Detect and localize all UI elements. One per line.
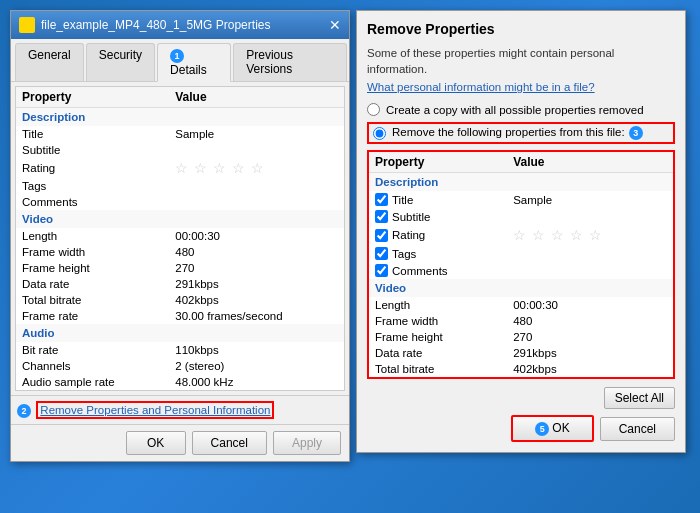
table-row: Length 00:00:30 — [16, 228, 344, 244]
prop-channels-value: 2 (stereo) — [169, 358, 344, 374]
table-row: Title Sample — [369, 191, 673, 208]
prop-framerate-value: 30.00 frames/second — [169, 308, 344, 324]
check-comments-cell: Comments — [369, 262, 507, 279]
check-subtitle: Subtitle — [375, 210, 501, 223]
badge-2: 2 — [17, 404, 31, 418]
tab-details[interactable]: 1Details — [157, 43, 231, 82]
properties-content: Property Value Description Title Sample … — [11, 82, 349, 461]
val-comments — [507, 262, 673, 279]
remove-table: Property Value Description Title — [369, 152, 673, 377]
table-row: Comments — [369, 262, 673, 279]
title-bar-left: file_example_MP4_480_1_5MG Properties — [19, 17, 270, 33]
prop-frameheight-value: 270 — [169, 260, 344, 276]
check-title-cell: Title — [369, 191, 507, 208]
prop-totalbitrate-value: 402kbps — [169, 292, 344, 308]
tabs-bar: General Security 1Details Previous Versi… — [11, 39, 349, 82]
remove-description: Some of these properties might contain p… — [367, 45, 675, 77]
cancel-button[interactable]: Cancel — [192, 431, 267, 455]
prop-channels-label: Channels — [16, 358, 169, 374]
prop-totalbitrate-label: Total bitrate — [16, 292, 169, 308]
close-icon[interactable]: ✕ — [329, 18, 341, 32]
table-row: Rating ☆ ☆ ☆ ☆ ☆ — [16, 158, 344, 178]
section-description: Description — [16, 108, 344, 127]
prop-framewidth-label: Frame width — [16, 244, 169, 260]
ok-button-right[interactable]: 5OK — [511, 415, 593, 442]
prop-totalbitrate-right-value: 402kbps — [507, 361, 673, 377]
val-tags — [507, 245, 673, 262]
prop-datarate-value: 291kbps — [169, 276, 344, 292]
prop-datarate-right-label: Data rate — [369, 345, 507, 361]
section-audio: Audio — [16, 324, 344, 342]
apply-button[interactable]: Apply — [273, 431, 341, 455]
title-bar: file_example_MP4_480_1_5MG Properties ✕ — [11, 11, 349, 39]
table-row: Subtitle — [16, 142, 344, 158]
val-subtitle — [507, 208, 673, 225]
table-row: Tags — [369, 245, 673, 262]
check-tags: Tags — [375, 247, 501, 260]
table-row: Length 00:00:30 — [369, 297, 673, 313]
section-video: Video — [16, 210, 344, 228]
remove-properties-link[interactable]: Remove Properties and Personal Informati… — [36, 401, 274, 419]
checkbox-rating[interactable] — [375, 229, 388, 242]
title-bar-text: file_example_MP4_480_1_5MG Properties — [41, 18, 270, 32]
checkbox-title[interactable] — [375, 193, 388, 206]
prop-length-label: Length — [16, 228, 169, 244]
prop-datarate-label: Data rate — [16, 276, 169, 292]
tab-security[interactable]: Security — [86, 43, 155, 81]
check-comments: Comments — [375, 264, 501, 277]
checkbox-tags[interactable] — [375, 247, 388, 260]
prop-framerate-label: Frame rate — [16, 308, 169, 324]
prop-tags-value — [169, 178, 344, 194]
remove-properties-title: Remove Properties — [367, 21, 675, 37]
prop-comments-label: Comments — [16, 194, 169, 210]
prop-bitrate-value: 110kbps — [169, 342, 344, 358]
radio-copy[interactable] — [367, 103, 380, 116]
prop-totalbitrate-right-label: Total bitrate — [369, 361, 507, 377]
check-subtitle-cell: Subtitle — [369, 208, 507, 225]
tab-badge-1: 1 — [170, 49, 184, 63]
cancel-button-right[interactable]: Cancel — [600, 417, 675, 441]
prop-length-right-label: Length — [369, 297, 507, 313]
val-rating: ☆ ☆ ☆ ☆ ☆ — [507, 225, 673, 245]
table-row: Audio sample rate 48.000 kHz — [16, 374, 344, 390]
table-row: Frame width 480 — [16, 244, 344, 260]
bottom-buttons-right: 5OK Cancel — [367, 415, 675, 442]
table-row: Channels 2 (stereo) — [16, 358, 344, 374]
prop-title-label: Title — [16, 126, 169, 142]
prop-rating-label: Rating — [16, 158, 169, 178]
remove-table-container: 4 Property Value Description — [367, 150, 675, 379]
prop-bitrate-label: Bit rate — [16, 342, 169, 358]
table-row: Title Sample — [16, 126, 344, 142]
prop-samplerate-label: Audio sample rate — [16, 374, 169, 390]
radio-remove[interactable] — [373, 127, 386, 140]
radio-option-copy: Create a copy with all possible properti… — [367, 103, 675, 116]
table-row: Rating ☆ ☆ ☆ ☆ ☆ — [369, 225, 673, 245]
rating-stars-right: ☆ ☆ ☆ ☆ ☆ — [513, 227, 603, 243]
prop-length-value: 00:00:30 — [169, 228, 344, 244]
bottom-buttons: OK Cancel Apply — [11, 424, 349, 461]
prop-tags-label: Tags — [16, 178, 169, 194]
personal-info-link[interactable]: What personal information might be in a … — [367, 81, 675, 93]
checkbox-comments[interactable] — [375, 264, 388, 277]
remove-link-bar: 2 Remove Properties and Personal Informa… — [11, 395, 349, 424]
prop-framewidth-right-label: Frame width — [369, 313, 507, 329]
ok-button[interactable]: OK — [126, 431, 186, 455]
prop-length-right-value: 00:00:30 — [507, 297, 673, 313]
prop-subtitle-label: Subtitle — [16, 142, 169, 158]
prop-datarate-right-value: 291kbps — [507, 345, 673, 361]
select-all-button[interactable]: Select All — [604, 387, 675, 409]
table-row: Data rate 291kbps — [16, 276, 344, 292]
table-row: Comments — [16, 194, 344, 210]
badge-3: 3 — [629, 126, 643, 140]
tab-general[interactable]: General — [15, 43, 84, 81]
prop-frameheight-right-label: Frame height — [369, 329, 507, 345]
rating-stars: ☆ ☆ ☆ ☆ ☆ — [175, 160, 265, 176]
section-description: Description — [369, 173, 673, 192]
checkbox-subtitle[interactable] — [375, 210, 388, 223]
check-tags-cell: Tags — [369, 245, 507, 262]
col-property: Property — [16, 87, 169, 108]
select-all-row: Select All — [367, 387, 675, 409]
col-value: Value — [169, 87, 344, 108]
tab-previous-versions[interactable]: Previous Versions — [233, 43, 347, 81]
table-row: Frame height 270 — [16, 260, 344, 276]
